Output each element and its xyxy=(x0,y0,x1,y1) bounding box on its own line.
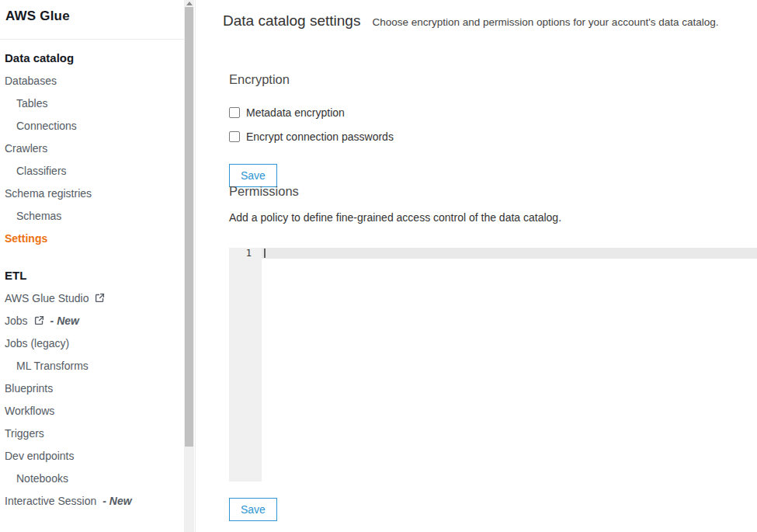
scroll-up-icon[interactable] xyxy=(184,0,194,7)
sidebar-item-dev-endpoints[interactable]: Dev endpoints xyxy=(5,444,195,467)
sidebar-item-jobs[interactable]: Jobs- New xyxy=(5,309,195,332)
sidebar-item-label: Databases xyxy=(5,75,57,87)
sidebar-item-label: Jobs xyxy=(5,315,28,327)
encrypt-connection-passwords-checkbox[interactable] xyxy=(229,131,240,142)
sidebar-item-label: Workflows xyxy=(5,405,54,417)
sidebar-item-notebooks[interactable]: Notebooks xyxy=(5,467,195,489)
sidebar-item-label: Data catalog xyxy=(5,51,74,64)
sidebar-header: AWS Glue xyxy=(0,0,195,24)
sidebar-item-label: Tables xyxy=(16,97,47,110)
permissions-section: Permissions Add a policy to define fine-… xyxy=(229,184,757,521)
encryption-section: Encryption Metadata encryption Encrypt c… xyxy=(229,72,394,187)
editor-cursor xyxy=(264,249,266,258)
editor-active-line xyxy=(229,248,757,259)
sidebar-item-schema-registries[interactable]: Schema registries xyxy=(5,182,195,204)
sidebar-scrollbar[interactable] xyxy=(184,0,194,532)
permissions-description: Add a policy to define fine-grained acce… xyxy=(229,211,757,224)
sidebar-item-crawlers[interactable]: Crawlers xyxy=(5,137,195,159)
sidebar-item-label: Interactive Session xyxy=(5,495,96,507)
encrypt-connection-passwords-row[interactable]: Encrypt connection passwords xyxy=(229,130,394,143)
sidebar-item-label: AWS Glue Studio xyxy=(5,292,89,304)
sidebar-item-label: Classifiers xyxy=(16,165,67,177)
encryption-heading: Encryption xyxy=(229,72,394,87)
external-link-icon xyxy=(34,315,44,325)
sidebar-item-databases[interactable]: Databases xyxy=(5,69,195,92)
sidebar-item-label: ETL xyxy=(5,269,26,282)
sidebar: AWS Glue Data catalogDatabasesTablesConn… xyxy=(0,0,196,532)
sidebar-item-tables[interactable]: Tables xyxy=(5,92,195,114)
external-link-icon xyxy=(95,293,105,303)
sidebar-item-label: Connections xyxy=(16,120,77,132)
sidebar-item-settings[interactable]: Settings xyxy=(5,227,195,249)
sidebar-item-label: Schema registries xyxy=(5,187,92,200)
new-badge: - New xyxy=(50,315,79,327)
policy-editor[interactable]: 1 xyxy=(229,248,757,482)
checkbox-label: Metadata encryption xyxy=(246,106,345,119)
sidebar-item-label: Settings xyxy=(5,232,47,245)
sidebar-item-label: Crawlers xyxy=(5,142,47,155)
sidebar-nav: Data catalogDatabasesTablesConnectionsCr… xyxy=(0,47,195,512)
sidebar-item-classifiers[interactable]: Classifiers xyxy=(5,159,195,182)
sidebar-heading-etl: ETL xyxy=(5,264,195,287)
app-title: AWS Glue xyxy=(5,8,195,24)
page-subtitle: Choose encryption and permission options… xyxy=(372,16,718,28)
permissions-heading: Permissions xyxy=(229,184,757,199)
sidebar-item-label: Triggers xyxy=(5,427,44,440)
new-badge: - New xyxy=(102,495,131,507)
sidebar-item-aws-glue-studio[interactable]: AWS Glue Studio xyxy=(5,287,195,309)
sidebar-item-label: ML Transforms xyxy=(16,360,89,372)
metadata-encryption-row[interactable]: Metadata encryption xyxy=(229,106,394,119)
sidebar-item-jobs-legacy[interactable]: Jobs (legacy) xyxy=(5,332,195,354)
sidebar-item-interactive-session[interactable]: Interactive Session- New xyxy=(5,489,195,512)
sidebar-item-triggers[interactable]: Triggers xyxy=(5,422,195,444)
sidebar-heading-data-catalog: Data catalog xyxy=(5,47,195,69)
scrollbar-thumb[interactable] xyxy=(185,7,193,447)
sidebar-item-label: Dev endpoints xyxy=(5,450,75,462)
page-header: Data catalog settings Choose encryption … xyxy=(223,12,719,30)
editor-line-number: 1 xyxy=(229,248,262,259)
sidebar-item-label: Notebooks xyxy=(16,472,68,485)
permissions-save-button[interactable]: Save xyxy=(229,498,277,521)
sidebar-item-connections[interactable]: Connections xyxy=(5,114,195,137)
sidebar-item-label: Jobs (legacy) xyxy=(5,337,69,349)
sidebar-item-schemas[interactable]: Schemas xyxy=(5,204,195,227)
sidebar-item-blueprints[interactable]: Blueprints xyxy=(5,377,195,399)
sidebar-item-ml-transforms[interactable]: ML Transforms xyxy=(5,354,195,377)
sidebar-item-label: Blueprints xyxy=(5,382,53,395)
main-content: Data catalog settings Choose encryption … xyxy=(196,0,757,532)
metadata-encryption-checkbox[interactable] xyxy=(229,107,240,118)
sidebar-item-label: Schemas xyxy=(16,210,61,222)
sidebar-divider xyxy=(0,39,184,40)
page-title: Data catalog settings xyxy=(223,12,360,30)
sidebar-item-workflows[interactable]: Workflows xyxy=(5,399,195,422)
editor-gutter xyxy=(229,248,262,482)
checkbox-label: Encrypt connection passwords xyxy=(246,130,394,143)
